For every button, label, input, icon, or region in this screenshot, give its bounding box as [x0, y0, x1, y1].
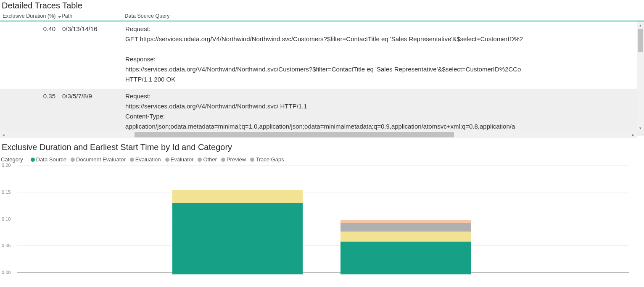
traces-table-viewport: Exclusive Duration (%) Path Data Source …	[0, 12, 644, 138]
horizontal-scroll-thumb[interactable]	[135, 132, 454, 137]
table-row[interactable]: 0.400/3/13/14/16Request: GET https://ser…	[0, 21, 644, 89]
sort-descending-icon	[58, 16, 61, 18]
scroll-left-icon[interactable]: ◂	[0, 131, 7, 138]
horizontal-scrollbar[interactable]: ◂ ▸	[0, 131, 637, 138]
legend-item[interactable]: Preview	[218, 156, 246, 163]
table-row[interactable]: 0.350/3/5/7/8/9Request: https://services…	[0, 89, 644, 136]
legend-item[interactable]: Trace Gaps	[247, 156, 284, 163]
legend-swatch-icon	[198, 158, 202, 162]
vertical-scroll-thumb[interactable]	[638, 29, 643, 52]
bar-group[interactable]	[172, 167, 303, 274]
legend-item[interactable]: Evaluation	[127, 156, 161, 163]
bar-segment[interactable]	[340, 232, 471, 242]
col-header-query[interactable]: Data Source Query	[122, 12, 644, 21]
legend-swatch-icon	[221, 158, 225, 162]
col-header-path[interactable]: Path	[59, 12, 122, 21]
chart-title: Exclusive Duration and Earliest Start Ti…	[0, 142, 644, 154]
legend-swatch-icon	[71, 158, 75, 162]
cell-duration: 0.35	[0, 89, 59, 136]
legend-item[interactable]: Document Evaluator	[67, 156, 126, 163]
bar-segment[interactable]	[340, 220, 471, 223]
legend-item[interactable]: Data Source	[27, 156, 66, 163]
legend-swatch-icon	[31, 158, 35, 162]
vertical-scrollbar[interactable]: ▴ ▾	[637, 21, 644, 132]
legend-item[interactable]: Evaluator	[162, 156, 194, 163]
y-tick-label: 0.10	[2, 216, 15, 221]
bar-segment[interactable]	[340, 242, 471, 274]
chart-plot-area: 0.000.050.100.150.20 2.23.8	[2, 165, 629, 274]
cell-path: 0/3/13/14/16	[59, 21, 122, 89]
legend-swatch-icon	[130, 158, 134, 162]
bar-segment[interactable]	[172, 190, 303, 203]
legend-item[interactable]: Other	[194, 156, 217, 163]
x-tick-label: 3.8	[402, 272, 409, 274]
cell-query: Request: GET https://services.odata.org/…	[122, 21, 644, 89]
traces-table: Exclusive Duration (%) Path Data Source …	[0, 12, 644, 136]
y-tick-label: 0.20	[2, 163, 15, 168]
chart-legend: Category Data SourceDocument EvaluatorEv…	[0, 154, 644, 165]
col-header-duration[interactable]: Exclusive Duration (%)	[0, 12, 59, 21]
cell-duration: 0.40	[0, 21, 59, 89]
y-tick-label: 0.05	[2, 243, 15, 248]
y-tick-label: 0.15	[2, 190, 15, 195]
cell-path: 0/3/5/7/8/9	[59, 89, 122, 136]
bar-segment[interactable]	[172, 203, 303, 274]
legend-swatch-icon	[165, 158, 169, 162]
col-header-duration-label: Exclusive Duration (%)	[3, 13, 55, 19]
scroll-up-icon[interactable]: ▴	[637, 21, 644, 29]
table-title: Detailed Traces Table	[0, 0, 644, 12]
scroll-right-icon[interactable]: ▸	[630, 131, 637, 138]
bar-segment[interactable]	[340, 223, 471, 232]
scroll-down-icon[interactable]: ▾	[637, 124, 644, 132]
legend-title: Category	[1, 156, 23, 163]
legend-swatch-icon	[250, 158, 254, 162]
cell-query: Request: https://services.odata.org/V4/N…	[122, 89, 644, 136]
y-tick-label: 0.00	[2, 270, 15, 274]
x-tick-label: 2.2	[234, 272, 240, 274]
bar-group[interactable]	[340, 167, 471, 274]
